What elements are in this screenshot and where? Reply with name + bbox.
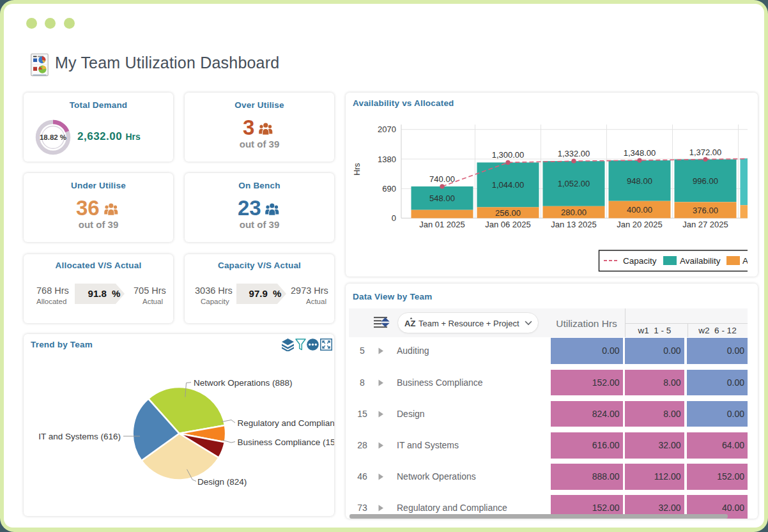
svg-text:Availability: Availability (680, 256, 721, 266)
svg-text:548.00: 548.00 (429, 194, 455, 203)
svg-text:Jan 20 2025: Jan 20 2025 (617, 220, 663, 229)
svg-text:Allocated: Allocated (742, 256, 748, 266)
svg-text:Hrs: Hrs (353, 163, 362, 175)
svg-text:1,052.00: 1,052.00 (558, 179, 590, 188)
svg-text:AZ: AZ (404, 319, 415, 328)
svg-text:376.00: 376.00 (693, 206, 718, 215)
svg-text:280.00: 280.00 (561, 208, 587, 217)
svg-text:1,332.00: 1,332.00 (558, 149, 590, 158)
svg-text:Network Operations (888): Network Operations (888) (194, 378, 293, 388)
svg-text:18.82 %: 18.82 % (40, 133, 66, 141)
svg-text:Capacity: Capacity (623, 256, 657, 266)
svg-text:0: 0 (392, 213, 396, 223)
svg-text:996.00: 996.00 (693, 176, 718, 186)
svg-text:Jan 01 2025: Jan 01 2025 (419, 220, 465, 229)
svg-text:Regulatory and Compliance (152: Regulatory and Compliance (152) (238, 418, 335, 428)
svg-text:Design (824): Design (824) (197, 477, 247, 487)
svg-text:Jan 27 2025: Jan 27 2025 (682, 220, 728, 229)
svg-text:1,372.00: 1,372.00 (689, 148, 722, 157)
svg-text:2070: 2070 (378, 125, 396, 134)
svg-text:740.00: 740.00 (429, 174, 455, 184)
svg-text:1,044.00: 1,044.00 (492, 180, 525, 190)
svg-text:400.00: 400.00 (627, 205, 652, 215)
svg-text:1380: 1380 (378, 155, 396, 164)
svg-text:690: 690 (382, 184, 396, 194)
svg-text:948.00: 948.00 (627, 176, 652, 186)
svg-text:Business Compliance (152): Business Compliance (152) (238, 437, 335, 447)
svg-text:256.00: 256.00 (495, 208, 521, 218)
svg-text:IT and Systems (616): IT and Systems (616) (38, 432, 121, 441)
svg-text:1,300.00: 1,300.00 (492, 150, 525, 160)
svg-text:Jan 06 2025: Jan 06 2025 (485, 220, 531, 229)
svg-text:Jan 13 2025: Jan 13 2025 (551, 220, 597, 229)
svg-text:1,348.00: 1,348.00 (624, 148, 656, 158)
